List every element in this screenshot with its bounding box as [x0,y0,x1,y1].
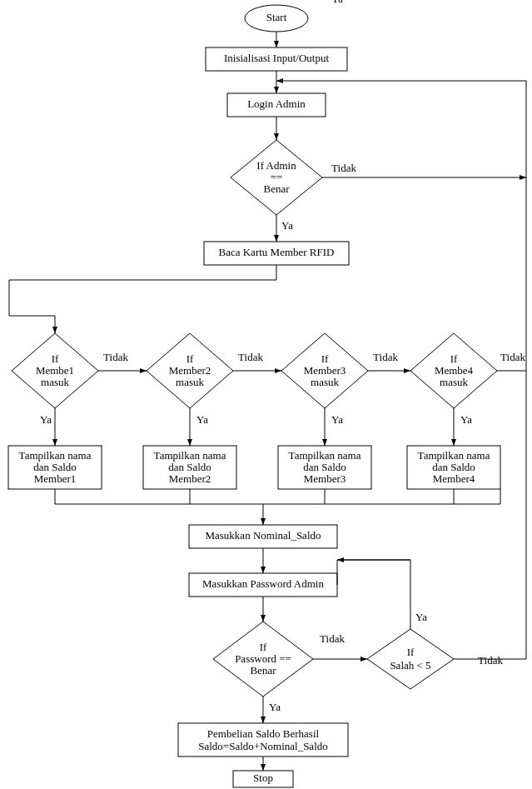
label-m4-name: Membe4 [435,364,474,377]
edge-label-m1-ya: Ya [40,413,52,426]
label-nominal: Masukkan Nominal_Saldo [205,529,321,542]
edge-label-m4-ya: Ya [460,413,472,426]
svg-text:Pembelian Saldo Berhasil: Pembelian Saldo Berhasil [207,727,320,740]
svg-text:Member3: Member3 [304,472,346,485]
svg-text:Salah < 5: Salah < 5 [390,659,430,672]
svg-text:dan Saldo: dan Saldo [303,461,346,473]
label-start: Start [266,11,287,23]
label-admin-3: Benar [263,182,290,195]
label-m1-if: If [52,352,59,365]
svg-text:dan Saldo: dan Saldo [432,461,475,473]
label-admin-1: If Admin [256,159,296,172]
svg-text:dan Saldo: dan Saldo [33,461,77,473]
edge-label-wrong-tidak: Tidak [478,654,503,667]
svg-text:Benar: Benar [250,664,276,677]
edge-label-m1-tidak: Tidak [103,351,128,363]
edge-label-m4-tidak: Tidak [500,351,525,363]
label-init: Inisialisasi Input/Output [224,52,329,64]
edge-label-m2-ya: Ya [196,413,208,426]
svg-text:Member1: Member1 [34,472,77,485]
edge-label-wrong-ya: Ya [415,611,427,623]
label-login: Login Admin [247,97,306,110]
edge-label-m3-tidak: Tidak [373,351,398,363]
svg-text:Tampilkan nama: Tampilkan nama [418,449,490,462]
edge-label-admin-ya: Ya [281,219,293,232]
svg-text:Tampilkan nama: Tampilkan nama [19,449,92,462]
label-admin-2: == [271,171,283,183]
svg-text:Tampilkan nama: Tampilkan nama [154,449,226,462]
label-password: Masukkan Password Admin [202,577,324,590]
svg-text:Ya: Ya [331,413,343,426]
flowchart-diagram: Start Inisialisasi Input/Output Login Ad… [0,0,532,789]
edge-label-m2-tidak: Tidak [238,351,263,363]
svg-text:Tampilkan nama: Tampilkan nama [289,449,361,462]
label-rfid: Baca Kartu Member RFID [219,246,335,258]
label-m1-masuk: masuk [41,376,69,388]
label-stop: Stop [253,772,273,784]
label-m4-masuk: masuk [440,376,468,388]
svg-text:Saldo=Saldo+Nominal_Saldo: Saldo=Saldo+Nominal_Saldo [198,740,328,752]
label-m3-masuk: masuk [311,376,339,388]
svg-text:Member2: Member2 [169,472,211,485]
edge-label-admin-tidak: Tidak [331,162,356,174]
svg-text:Member4: Member4 [433,472,475,485]
label-m2-masuk: masuk [176,376,204,388]
svg-text:If: If [260,641,267,653]
label-m4-if: If [450,352,458,365]
label-m1-name: Membe1 [36,364,74,377]
edge-label-m3-ya: Ya [331,0,343,5]
edge-label-pwd-tidak: Tidak [320,632,345,645]
svg-text:Password ==: Password == [235,652,291,665]
svg-text:If: If [407,646,415,658]
label-m3-if: If [321,352,329,365]
edge-label-pwd-ya: Ya [269,701,281,713]
label-m2-name: Member2 [169,364,211,377]
label-m2-if: If [186,352,194,365]
label-m3-name: Member3 [304,364,346,377]
svg-text:dan Saldo: dan Saldo [168,461,211,473]
